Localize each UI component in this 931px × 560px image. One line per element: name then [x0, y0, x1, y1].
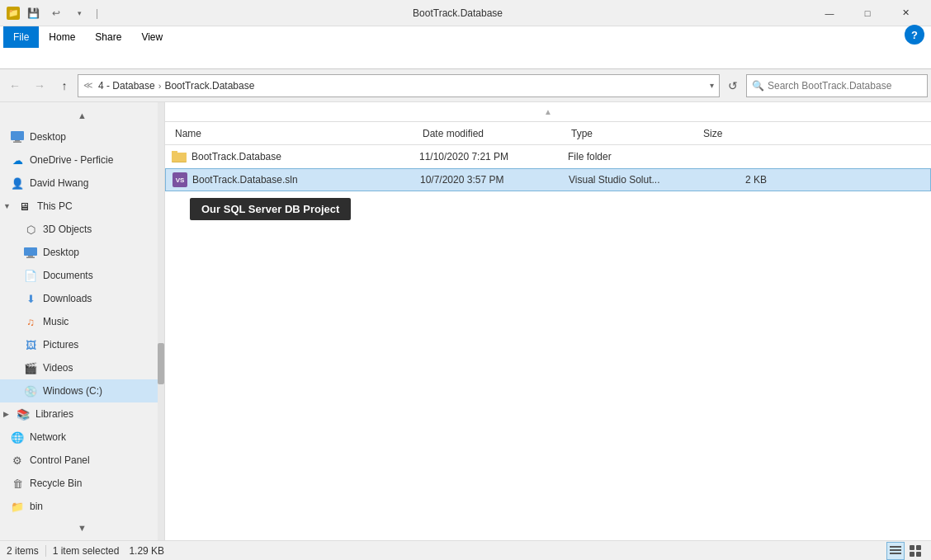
search-bar: 🔍: [746, 74, 928, 97]
file-name-sln: VS BootTrack.Database.sln: [172, 172, 420, 187]
view-buttons: [886, 542, 924, 560]
search-icon: 🔍: [752, 80, 764, 92]
sidebar-item-thispc[interactable]: ▼ 🖥 This PC: [0, 195, 164, 218]
file-row-sln[interactable]: VS BootTrack.Database.sln 10/7/2020 3:57…: [165, 168, 931, 191]
pictures-icon: 🖼: [23, 337, 38, 352]
sidebar-item-pictures-label: Pictures: [43, 339, 78, 351]
ribbon-tabs: File Home Share View ?: [0, 26, 931, 48]
qat-save-btn[interactable]: 💾: [23, 3, 43, 23]
file-date-folder: 11/10/2020 7:21 PM: [419, 151, 568, 162]
col-header-size[interactable]: Size: [700, 122, 766, 144]
sidebar-item-documents[interactable]: 📄 Documents: [0, 264, 164, 287]
sidebar-scrollbar-thumb[interactable]: [158, 343, 164, 384]
svg-rect-5: [26, 256, 35, 258]
svg-rect-3: [24, 247, 37, 256]
view-tiles-button[interactable]: [906, 542, 924, 560]
sidebar-scrollbar-track[interactable]: [158, 102, 164, 540]
sidebar-item-controlpanel[interactable]: ⚙ Control Panel: [0, 449, 164, 472]
file-list: BootTrack.Database 11/10/2020 7:21 PM Fi…: [165, 145, 931, 540]
sidebar-scroll-up[interactable]: ▲: [74, 107, 91, 124]
sidebar-item-user[interactable]: 👤 David Hwang: [0, 172, 164, 195]
libraries-expand-icon: ▶: [3, 410, 9, 418]
status-separator-1: [45, 545, 46, 557]
address-dropdown-button[interactable]: ▾: [710, 81, 714, 90]
col-header-date[interactable]: Date modified: [419, 122, 568, 144]
sidebar-item-network[interactable]: 🌐 Network: [0, 426, 164, 449]
bin-folder-icon: 📁: [10, 499, 25, 514]
sidebar-item-desktop2[interactable]: Desktop: [0, 241, 164, 264]
svg-rect-13: [910, 545, 914, 550]
file-size-sln: 2 KB: [701, 174, 767, 186]
column-headers: Name Date modified Type Size: [165, 122, 931, 145]
callout-label: Our SQL Server DB Project: [190, 198, 351, 220]
close-button[interactable]: ✕: [886, 0, 924, 26]
search-input[interactable]: [768, 80, 922, 92]
file-date-sln: 10/7/2020 3:57 PM: [420, 174, 569, 186]
thispc-expand-icon: ▼: [3, 202, 11, 210]
sidebar-item-windows[interactable]: 💿 Windows (C:): [0, 379, 164, 402]
sidebar-item-3dobjects[interactable]: ⬡ 3D Objects: [0, 218, 164, 241]
ribbon: File Home Share View ?: [0, 26, 931, 69]
sidebar-item-documents-label: Documents: [43, 270, 93, 281]
address-bar[interactable]: ≪ 4 - Database › BootTrack.Database ▾: [78, 74, 720, 97]
drive-icon: 💿: [23, 384, 38, 398]
back-button[interactable]: ←: [3, 74, 26, 97]
sidebar-item-3dobjects-label: 3D Objects: [43, 224, 92, 235]
title-bar-icons: 📁 💾 ↩ ▾ |: [7, 3, 98, 23]
svg-rect-2: [13, 142, 21, 144]
content-scroll-top: ▲: [165, 102, 931, 122]
address-bar-area: ← → ↑ ≪ 4 - Database › BootTrack.Databas…: [0, 69, 931, 102]
tab-view[interactable]: View: [131, 26, 172, 48]
user-icon: 👤: [10, 176, 25, 191]
status-count: 2 items: [7, 545, 39, 557]
folder-icon: [172, 149, 187, 165]
refresh-button[interactable]: ↺: [721, 74, 744, 97]
desktop-icon: [10, 129, 25, 144]
help-button[interactable]: ?: [905, 25, 924, 45]
file-row-folder[interactable]: BootTrack.Database 11/10/2020 7:21 PM Fi…: [165, 145, 931, 168]
sidebar-item-controlpanel-label: Control Panel: [30, 454, 90, 466]
svg-rect-1: [15, 140, 20, 142]
sidebar-item-desktop2-label: Desktop: [43, 247, 79, 258]
up-button[interactable]: ↑: [53, 74, 76, 97]
svg-rect-9: [172, 151, 177, 153]
content-scroll-up-btn[interactable]: ▲: [544, 107, 552, 116]
tab-home[interactable]: Home: [39, 26, 85, 48]
svg-rect-14: [916, 545, 921, 550]
tab-share[interactable]: Share: [85, 26, 131, 48]
qat-undo-btn[interactable]: ↩: [46, 3, 66, 23]
sidebar-scroll-down[interactable]: ▼: [74, 520, 91, 536]
music-icon: ♫: [23, 314, 38, 329]
address-crumb-1[interactable]: 4 - Database: [98, 80, 155, 92]
sidebar-item-onedrive[interactable]: ☁ OneDrive - Perficie: [0, 148, 164, 172]
view-details-button[interactable]: [886, 542, 905, 560]
sidebar-item-pictures[interactable]: 🖼 Pictures: [0, 333, 164, 356]
sidebar-item-recyclebin[interactable]: 🗑 Recycle Bin: [0, 472, 164, 495]
tab-file[interactable]: File: [3, 26, 39, 48]
sln-icon: VS: [172, 172, 187, 187]
status-selected: 1 item selected: [53, 545, 120, 557]
onedrive-icon: ☁: [10, 153, 25, 167]
sidebar-item-bin[interactable]: 📁 bin: [0, 495, 164, 518]
documents-icon: 📄: [23, 268, 38, 283]
sidebar-item-videos-label: Videos: [43, 362, 73, 374]
svg-rect-12: [890, 553, 901, 554]
forward-button[interactable]: →: [28, 74, 51, 97]
qat-dropdown-btn[interactable]: ▾: [69, 3, 89, 23]
downloads-icon: ⬇: [23, 291, 38, 306]
sidebar-item-windows-label: Windows (C:): [43, 385, 102, 397]
sidebar-item-music[interactable]: ♫ Music: [0, 310, 164, 333]
svg-rect-8: [172, 153, 187, 162]
sidebar-item-videos[interactable]: 🎬 Videos: [0, 356, 164, 379]
address-current: BootTrack.Database: [164, 80, 254, 92]
sidebar-item-desktop[interactable]: Desktop: [0, 125, 164, 148]
sidebar-item-onedrive-label: OneDrive - Perficie: [30, 154, 113, 166]
col-header-name[interactable]: Name: [172, 122, 419, 144]
sidebar: ▲ Desktop ☁ OneDrive - Perficie 👤 David …: [0, 102, 165, 540]
status-size: 1.29 KB: [129, 545, 164, 557]
maximize-button[interactable]: □: [848, 0, 886, 26]
minimize-button[interactable]: —: [810, 0, 848, 26]
col-header-type[interactable]: Type: [568, 122, 700, 144]
sidebar-item-downloads[interactable]: ⬇ Downloads: [0, 287, 164, 310]
sidebar-item-libraries[interactable]: ▶ 📚 Libraries: [0, 402, 164, 426]
